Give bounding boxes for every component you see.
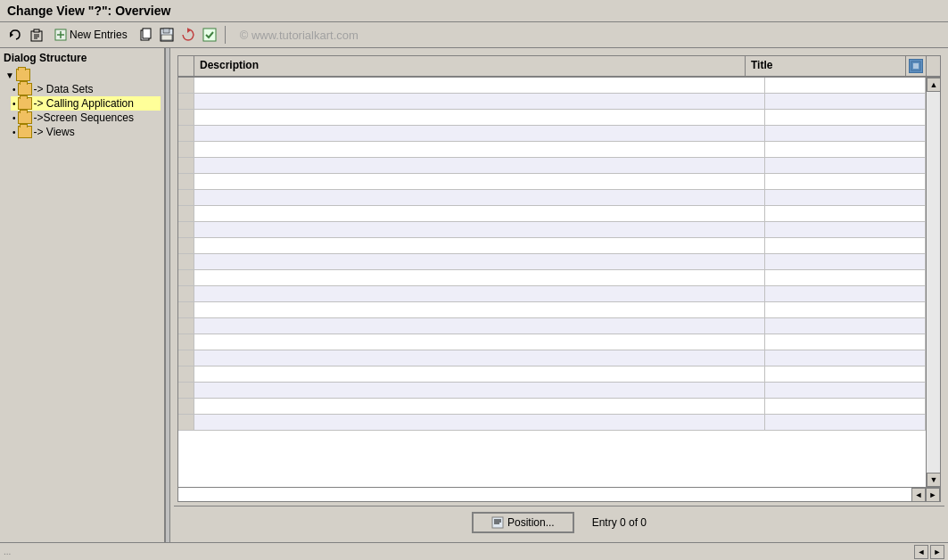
table-row[interactable] <box>178 270 926 286</box>
table-row[interactable] <box>178 142 926 158</box>
copy-icon[interactable] <box>136 25 155 45</box>
row-description[interactable] <box>194 334 765 350</box>
row-description[interactable] <box>194 206 765 221</box>
table-row[interactable] <box>178 334 926 350</box>
table-row[interactable] <box>178 158 926 174</box>
reset-icon[interactable] <box>178 25 198 45</box>
nav-right-button[interactable]: ► <box>930 545 944 559</box>
position-button[interactable]: Position... <box>472 512 574 533</box>
table-row[interactable] <box>178 206 926 222</box>
row-description[interactable] <box>194 366 765 382</box>
table-row[interactable] <box>178 286 926 302</box>
row-title[interactable] <box>765 270 926 285</box>
new-entries-button[interactable]: New Entries <box>48 26 134 44</box>
settings-icon[interactable] <box>909 59 923 73</box>
row-title[interactable] <box>765 222 926 237</box>
row-description[interactable] <box>194 254 765 269</box>
row-description[interactable] <box>194 286 765 301</box>
row-description[interactable] <box>194 383 765 398</box>
table-row[interactable] <box>178 126 926 142</box>
clipboard-icon[interactable] <box>27 25 46 45</box>
table-row[interactable] <box>178 94 926 110</box>
table-row[interactable] <box>178 383 926 399</box>
row-description[interactable] <box>194 222 765 237</box>
scroll-track[interactable] <box>927 92 940 473</box>
row-title[interactable] <box>765 78 926 93</box>
row-title[interactable] <box>765 142 926 157</box>
horizontal-scrollbar: ◄ ► <box>178 487 940 501</box>
hscroll-track[interactable] <box>178 488 911 501</box>
row-description[interactable] <box>194 94 765 109</box>
row-title[interactable] <box>765 286 926 301</box>
row-description[interactable] <box>194 78 765 93</box>
row-number <box>178 254 194 269</box>
row-title[interactable] <box>765 350 926 366</box>
row-description[interactable] <box>194 415 765 430</box>
svg-rect-12 <box>163 29 169 33</box>
row-title[interactable] <box>765 94 926 109</box>
entry-info: Entry 0 of 0 <box>592 516 647 529</box>
nav-left-button[interactable]: ◄ <box>914 545 928 559</box>
row-description[interactable] <box>194 302 765 317</box>
row-title[interactable] <box>765 254 926 269</box>
row-description[interactable] <box>194 110 765 125</box>
table-row[interactable] <box>178 174 926 190</box>
dialog-structure-title: Dialog Structure <box>4 52 161 64</box>
row-description[interactable] <box>194 174 765 189</box>
row-title[interactable] <box>765 383 926 398</box>
row-title[interactable] <box>765 399 926 414</box>
row-selector-col <box>178 56 194 76</box>
row-title[interactable] <box>765 174 926 189</box>
table-row[interactable] <box>178 110 926 126</box>
scroll-right-button[interactable]: ► <box>926 488 940 501</box>
row-description[interactable] <box>194 350 765 366</box>
table-row[interactable] <box>178 190 926 206</box>
row-title[interactable] <box>765 126 926 141</box>
row-title[interactable] <box>765 238 926 253</box>
tree-item-calling-application[interactable]: • -> Calling Application <box>11 96 161 111</box>
table-row[interactable] <box>178 222 926 238</box>
row-description[interactable] <box>194 190 765 205</box>
save-icon[interactable] <box>157 25 177 45</box>
table-row[interactable] <box>178 238 926 254</box>
scroll-down-button[interactable]: ▼ <box>927 473 940 487</box>
undo-icon[interactable] <box>5 25 25 45</box>
row-title[interactable] <box>765 334 926 350</box>
row-title[interactable] <box>765 302 926 317</box>
row-title[interactable] <box>765 158 926 173</box>
activate-icon[interactable] <box>200 25 219 45</box>
row-description[interactable] <box>194 318 765 334</box>
table-row[interactable] <box>178 399 926 415</box>
row-description[interactable] <box>194 126 765 141</box>
row-description[interactable] <box>194 399 765 414</box>
folder-icon-ss <box>18 111 32 124</box>
table-row[interactable] <box>178 318 926 334</box>
table-row[interactable] <box>178 302 926 318</box>
table-row[interactable] <box>178 366 926 383</box>
row-title[interactable] <box>765 366 926 382</box>
tree-item-datasets[interactable]: • -> Data Sets <box>11 82 161 96</box>
row-number <box>178 94 194 109</box>
vertical-scrollbar: ▲ ▼ <box>926 78 940 487</box>
scroll-up-button[interactable]: ▲ <box>927 78 940 92</box>
table-row[interactable] <box>178 350 926 366</box>
tree-item-screen-sequences[interactable]: • ->Screen Sequences <box>11 111 161 125</box>
title-bar: Change View "?": Overview <box>0 0 948 22</box>
row-description[interactable] <box>194 158 765 173</box>
table-row[interactable] <box>178 415 926 431</box>
row-title[interactable] <box>765 415 926 430</box>
row-title[interactable] <box>765 110 926 125</box>
tree-root[interactable]: ▼ <box>4 68 161 82</box>
tree-item-views[interactable]: • -> Views <box>11 125 161 139</box>
row-description[interactable] <box>194 270 765 285</box>
table-row[interactable] <box>178 78 926 94</box>
settings-col[interactable] <box>906 56 926 76</box>
row-description[interactable] <box>194 238 765 253</box>
main-content: Dialog Structure ▼ • -> Data Sets • -> C… <box>0 48 948 542</box>
row-title[interactable] <box>765 190 926 205</box>
scroll-left-button[interactable]: ◄ <box>911 488 926 501</box>
row-title[interactable] <box>765 318 926 334</box>
table-row[interactable] <box>178 254 926 270</box>
row-title[interactable] <box>765 206 926 221</box>
row-description[interactable] <box>194 142 765 157</box>
